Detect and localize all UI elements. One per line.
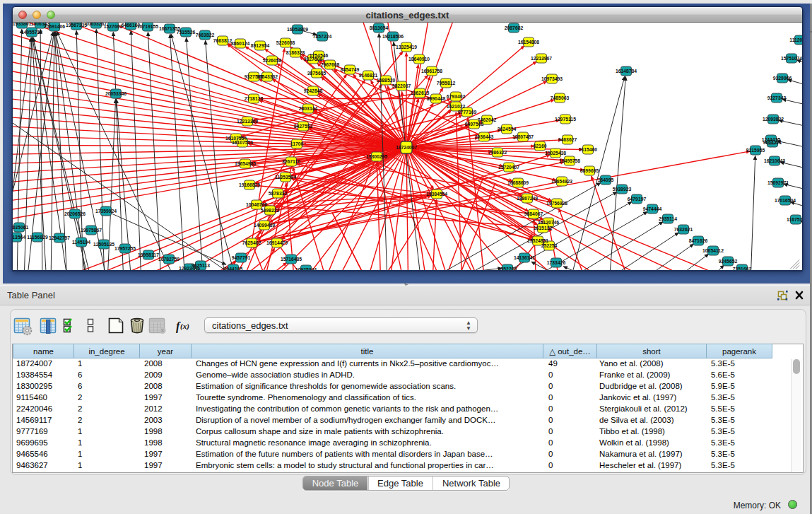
svg-text:16107554: 16107554	[232, 140, 253, 145]
svg-text:9474444: 9474444	[643, 206, 662, 211]
svg-text:7955812: 7955812	[437, 81, 456, 86]
svg-text:8860124: 8860124	[231, 41, 250, 46]
svg-text:2935114: 2935114	[659, 216, 677, 221]
svg-text:7462042: 7462042	[478, 117, 497, 122]
svg-text:12505135: 12505135	[93, 242, 114, 247]
svg-text:12213369: 12213369	[237, 119, 258, 124]
svg-text:13325419: 13325419	[396, 45, 417, 49]
svg-text:1835061: 1835061	[13, 225, 28, 230]
svg-text:7857224: 7857224	[313, 34, 332, 39]
svg-text:18300295: 18300295	[366, 154, 387, 159]
svg-text:8215955: 8215955	[746, 148, 765, 153]
svg-text:11156829: 11156829	[27, 235, 48, 240]
svg-text:1527602: 1527602	[104, 24, 123, 29]
svg-text:3267110: 3267110	[282, 159, 300, 164]
svg-text:20206526: 20206526	[64, 211, 86, 216]
svg-text:10807487: 10807487	[512, 134, 534, 139]
svg-text:16053809: 16053809	[287, 27, 308, 32]
svg-text:8990448: 8990448	[427, 96, 446, 101]
svg-text:19958117: 19958117	[138, 252, 159, 257]
svg-text:9313564: 9313564	[13, 235, 25, 240]
svg-text:1362615: 1362615	[411, 90, 430, 95]
svg-text:19567335: 19567335	[66, 23, 87, 28]
svg-text:12942757: 12942757	[49, 235, 70, 240]
svg-text:15692971: 15692971	[767, 180, 789, 185]
svg-text:10925344: 10925344	[295, 267, 317, 270]
svg-text:3624554: 3624554	[498, 127, 517, 132]
svg-text:16961758: 16961758	[421, 69, 442, 74]
svg-text:(x): (x)	[180, 322, 189, 331]
svg-text:19218506: 19218506	[382, 34, 404, 39]
svg-text:12093822: 12093822	[763, 117, 784, 122]
svg-text:18807249: 18807249	[517, 196, 538, 201]
svg-text:3875685: 3875685	[307, 71, 326, 76]
svg-text:5498222: 5498222	[261, 208, 280, 213]
svg-text:8044105: 8044105	[224, 267, 243, 270]
svg-text:5226058: 5226058	[263, 58, 282, 63]
svg-text:2087682: 2087682	[505, 25, 524, 30]
svg-text:8813054: 8813054	[370, 25, 389, 30]
svg-text:19654985: 19654985	[235, 161, 256, 166]
svg-text:1244415: 1244415	[762, 137, 781, 142]
svg-text:17359924: 17359924	[95, 209, 117, 214]
svg-text:8471626: 8471626	[689, 238, 708, 243]
svg-text:164095: 164095	[598, 177, 614, 182]
svg-text:1615132: 1615132	[534, 226, 553, 230]
svg-text:9329966: 9329966	[773, 76, 792, 81]
svg-text:10973493: 10973493	[541, 76, 563, 81]
svg-text:6479197: 6479197	[628, 197, 647, 201]
svg-text:6497568: 6497568	[465, 122, 484, 127]
svg-text:8912954: 8912954	[251, 43, 270, 48]
svg-text:8454749: 8454749	[341, 67, 360, 72]
svg-text:11353594: 11353594	[275, 175, 296, 180]
svg-text:16210643: 16210643	[764, 158, 785, 163]
svg-text:9625113: 9625113	[192, 263, 210, 268]
svg-text:9146821: 9146821	[359, 73, 378, 78]
svg-text:10025438: 10025438	[545, 151, 566, 156]
svg-text:2718126: 2718126	[245, 96, 264, 101]
svg-text:16914479: 16914479	[266, 240, 288, 245]
svg-text:5878332: 5878332	[269, 191, 288, 196]
svg-text:11120901: 11120901	[789, 37, 802, 42]
svg-text:5226058: 5226058	[276, 40, 295, 45]
svg-text:9242848: 9242848	[304, 88, 323, 93]
svg-text:14136141: 14136141	[514, 255, 535, 260]
svg-text:10046766: 10046766	[246, 202, 267, 207]
svg-text:8186328: 8186328	[286, 50, 305, 55]
svg-text:6793402: 6793402	[447, 94, 466, 99]
svg-text:16154808: 16154808	[518, 40, 539, 45]
svg-text:19166829: 19166829	[239, 182, 260, 187]
svg-text:15716485: 15716485	[281, 257, 302, 262]
svg-text:7515526: 7515526	[177, 30, 196, 35]
svg-text:17957255: 17957255	[114, 246, 136, 251]
svg-text:2967608: 2967608	[321, 62, 340, 67]
svg-text:1935801: 1935801	[13, 23, 31, 26]
svg-text:18495758: 18495758	[559, 158, 580, 163]
svg-text:15751074: 15751074	[781, 56, 802, 61]
svg-text:9245652: 9245652	[719, 259, 738, 264]
svg-text:12975115: 12975115	[555, 117, 576, 122]
svg-text:7986322: 7986322	[488, 150, 507, 155]
svg-text:1733426: 1733426	[547, 260, 566, 265]
svg-text:62160: 62160	[534, 144, 547, 148]
svg-text:7663812: 7663812	[213, 38, 233, 43]
svg-text:19384554: 19384554	[426, 192, 447, 197]
svg-text:15720407: 15720407	[498, 165, 519, 170]
svg-text:10654112: 10654112	[702, 248, 724, 253]
svg-text:19975867: 19975867	[81, 228, 102, 233]
svg-text:10719155: 10719155	[137, 24, 158, 29]
svg-text:19524851: 19524851	[527, 238, 548, 243]
svg-text:20691406: 20691406	[44, 24, 65, 29]
svg-text:7663822: 7663822	[196, 33, 215, 37]
svg-text:16148784: 16148784	[616, 69, 637, 74]
svg-text:14055712: 14055712	[21, 30, 42, 35]
svg-text:20053346: 20053346	[105, 91, 126, 96]
svg-text:6899695: 6899695	[580, 168, 599, 173]
svg-text:5822037: 5822037	[392, 83, 411, 88]
svg-text:1621022: 1621022	[447, 104, 466, 109]
svg-text:11700: 11700	[290, 141, 304, 146]
svg-text:12213967: 12213967	[531, 56, 552, 61]
svg-text:7625402: 7625402	[242, 240, 261, 245]
svg-text:17016504: 17016504	[775, 198, 796, 203]
svg-text:8552206: 8552206	[498, 267, 517, 270]
